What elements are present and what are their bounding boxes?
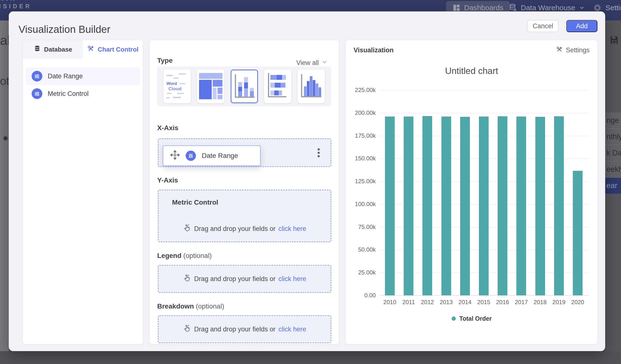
- nav-label: Dashboards: [464, 4, 503, 12]
- chart-type-histogram[interactable]: [298, 69, 325, 103]
- legend-label: Legend (optional): [157, 252, 212, 260]
- nav-label: Settings: [605, 4, 621, 12]
- tap-hand-icon: [183, 274, 191, 284]
- chevron-down-icon: [321, 59, 328, 67]
- drop-hint-text: Drag and drop your fields or: [194, 275, 276, 283]
- tab-label: Database: [44, 46, 72, 53]
- metric-control-title: Metric Control: [172, 199, 218, 206]
- background-menu-item: ear: [605, 178, 621, 194]
- tune-icon: [32, 88, 42, 99]
- x-axis-tick-label: 2015: [475, 299, 492, 306]
- tune-icon: [32, 71, 42, 82]
- plot-area: 225.00k200.00k175.00k150.00k125.00k100.0…: [380, 90, 589, 295]
- dragged-field-date-range[interactable]: Date Range: [163, 145, 261, 166]
- bar-2020[interactable]: [573, 171, 583, 295]
- x-axis-tick-label: 2013: [438, 299, 455, 306]
- field-label: Date Range: [48, 72, 83, 80]
- breakdown-dropzone[interactable]: Drag and drop your fields or click here: [158, 315, 331, 343]
- tools-icon: [87, 45, 94, 54]
- bar-2017[interactable]: [516, 117, 526, 295]
- dragged-field-label: Date Range: [202, 152, 238, 160]
- y-axis-dropzone[interactable]: Metric Control Drag and drop your fields…: [158, 190, 331, 242]
- legend-label: Total Order: [459, 315, 492, 322]
- gear-icon: [593, 3, 602, 12]
- click-here-link[interactable]: click here: [278, 275, 306, 283]
- settings-button[interactable]: Settings: [556, 46, 590, 54]
- cancel-button[interactable]: Cancel: [527, 20, 558, 32]
- visualization-header: Visualization: [354, 47, 394, 54]
- x-axis-tick-label: 2018: [532, 299, 549, 306]
- chevron-down-icon: [579, 5, 585, 11]
- visualization-builder-modal: Visualization Builder Cancel Add Databas…: [9, 11, 605, 351]
- bar-2014[interactable]: [460, 117, 470, 295]
- builder-panel: Type View all Word Cloud: [150, 40, 339, 344]
- x-axis-tick-label: 2012: [419, 299, 436, 306]
- x-axis-label: X-Axis: [157, 124, 178, 132]
- visualization-panel: Visualization Settings Untitled chart 22…: [346, 40, 597, 344]
- background-menu-item: nge: [605, 112, 621, 129]
- click-here-link[interactable]: click here: [278, 225, 306, 233]
- move-icon: [170, 150, 180, 162]
- background-bullet: [3, 136, 8, 140]
- screen: DATA INSIDER Dashboards Data Warehouse: [0, 0, 621, 364]
- gridline: [380, 90, 589, 90]
- chart-type-stacked-bar[interactable]: [264, 69, 291, 103]
- click-here-link[interactable]: click here: [278, 326, 306, 333]
- background-text-fragment: ota: [0, 74, 9, 87]
- bar-2019[interactable]: [554, 116, 564, 295]
- x-axis-tick-label: 2016: [494, 299, 511, 306]
- background-right-content: ngenthlyk Dateeeklyear: [605, 20, 621, 351]
- bar-2010[interactable]: [385, 117, 395, 295]
- dashboard-icon: [452, 4, 461, 12]
- chart-type-word-cloud[interactable]: Word Cloud: [164, 69, 191, 103]
- tab-label: Chart Control: [98, 46, 138, 53]
- y-axis-tick-label: 225.00k: [355, 87, 376, 93]
- y-axis-tick-label: 125.00k: [355, 178, 376, 185]
- tools-icon: [556, 46, 563, 54]
- warehouse-icon: [509, 3, 517, 12]
- bar-2012[interactable]: [422, 116, 432, 295]
- bar-2015[interactable]: [479, 117, 489, 295]
- y-axis-tick-label: 75.00k: [358, 224, 376, 230]
- bar-2018[interactable]: [535, 117, 545, 295]
- gridline: [380, 113, 589, 113]
- field-item-date-range[interactable]: Date Range: [26, 67, 140, 85]
- y-axis-tick-label: 200.00k: [355, 109, 376, 116]
- legend-dot: [452, 316, 456, 321]
- x-axis-tick-label: 2014: [456, 299, 474, 306]
- tab-chart-control[interactable]: Chart Control: [83, 40, 143, 59]
- background-left-content: al ota: [0, 20, 9, 351]
- chart-type-strip: Word Cloud: [157, 67, 331, 106]
- field-label: Metric Control: [48, 90, 88, 98]
- background-text-fragment: al: [0, 33, 9, 48]
- chart-type-stacked-column[interactable]: [231, 69, 258, 103]
- chart-legend[interactable]: Total Order: [346, 315, 597, 322]
- save-icon: [609, 34, 620, 46]
- legend-dropzone[interactable]: Drag and drop your fields or click here: [158, 265, 331, 293]
- tune-icon: [186, 151, 196, 161]
- breakdown-label: Breakdown (optional): [157, 302, 224, 310]
- add-button[interactable]: Add: [566, 20, 597, 32]
- field-item-metric-control[interactable]: Metric Control: [26, 85, 140, 103]
- chart-type-treemap[interactable]: [197, 69, 224, 103]
- background-menu-item: nthly: [605, 129, 621, 145]
- kebab-menu-icon[interactable]: [318, 147, 320, 158]
- y-axis-tick-label: 25.00k: [358, 269, 376, 276]
- x-axis-tick-label: 2011: [400, 299, 417, 306]
- y-axis-tick-label: 0.00: [364, 292, 376, 299]
- chart-title: Untitled chart: [346, 66, 597, 76]
- tap-hand-icon: [183, 224, 191, 234]
- tab-database[interactable]: Database: [23, 40, 83, 59]
- bar-2013[interactable]: [441, 117, 451, 295]
- drop-hint-text: Drag and drop your fields or: [194, 326, 276, 333]
- y-axis-tick-label: 175.00k: [355, 132, 376, 139]
- x-axis-tick-label: 2020: [569, 299, 586, 306]
- view-all-dropdown[interactable]: View all: [296, 59, 328, 67]
- background-menu-item: eekly: [605, 161, 621, 178]
- fields-panel: Database Chart Control: [23, 40, 143, 344]
- bar-2016[interactable]: [498, 116, 507, 295]
- x-axis-tick-label: 2010: [381, 299, 398, 306]
- type-label: Type: [157, 57, 172, 65]
- bar-2011[interactable]: [404, 117, 414, 295]
- y-axis-tick-label: 100.00k: [355, 201, 376, 208]
